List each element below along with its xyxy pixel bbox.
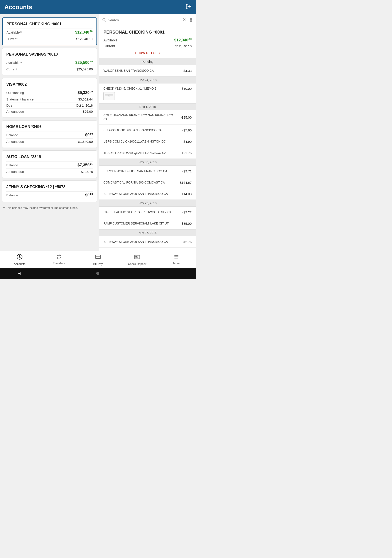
statement-balance-amount: $3,562.44 [78, 97, 93, 101]
transaction-amount: -$9.71 [182, 169, 192, 173]
transfers-nav-label: Transfers [53, 262, 65, 265]
transaction-row[interactable]: SUBWAY 00301960 SAN FRANCISCO CA -$7.60 [99, 125, 196, 136]
current-amount: $25,525.00 [77, 67, 93, 71]
due-date: Oct 1, 2018 [76, 104, 93, 107]
transaction-description: PAMF CUSTOMER SERVICSALT LAKE CIT UT [103, 221, 180, 225]
transaction-description: TRADER JOE'S #078 QSAN FRANCISCO CA [103, 151, 180, 155]
home-button[interactable] [96, 272, 99, 275]
transaction-description: Check #12345: Check #1 / Memo 2 [103, 87, 180, 90]
check-deposit-nav-icon [134, 254, 140, 261]
voice-search-icon[interactable] [189, 17, 193, 23]
transaction-amount: -$21.76 [180, 151, 192, 155]
due-label: Due [6, 104, 12, 107]
amount-due-label: Amount due [6, 110, 24, 113]
detail-available-amount: $12,340.10 [174, 38, 192, 43]
transactions-list: Pending WALGREENS SAN FRANCISCO CA -$4.3… [99, 58, 196, 251]
transaction-description: USPS.COM CLICK100611WASHINGTON DC [103, 140, 182, 143]
account-card-home-loan[interactable]: HOME LOAN *3456 Balance $0.00 Amount due… [2, 120, 97, 148]
account-title: VISA *0002 [6, 82, 93, 87]
search-input[interactable] [108, 18, 181, 22]
nav-transfers[interactable]: Transfers [39, 251, 78, 268]
transaction-amount: -$7.60 [182, 128, 192, 132]
transaction-description: WALGREENS SAN FRANCISCO CA [103, 69, 182, 73]
account-card-personal-checking[interactable]: PERSONAL CHECKING *0001 Available** $12,… [2, 17, 97, 45]
section-header-nov29: Nov 29, 2018 [99, 200, 196, 207]
transaction-row[interactable]: COLE HAAN-SAN FRANCISCO SAN FRANCISCO CA… [99, 110, 196, 124]
accounts-list-panel: PERSONAL CHECKING *0001 Available** $12,… [0, 14, 99, 251]
back-button[interactable]: ◄ [17, 271, 21, 276]
amount-due-value: $25.00 [83, 110, 93, 113]
transaction-description: BURGER JOINT 4 0003 SAN FRANCISCO CA [103, 169, 182, 173]
transaction-row[interactable]: COMCAST CALIFORNIA 800-COMCAST CA -$164.… [99, 177, 196, 188]
section-header-dec1: Dec 1, 2018 [99, 103, 196, 110]
more-nav-icon [173, 254, 179, 261]
account-card-jenny-checking[interactable]: JENNY'S CHECKING *12 | *5678 Balance $0.… [2, 181, 97, 202]
account-card-visa[interactable]: VISA *0002 Outstanding $5,320.20 Stateme… [2, 78, 97, 118]
transaction-row[interactable]: PAMF CUSTOMER SERVICSALT LAKE CIT UT -$3… [99, 218, 196, 229]
svg-text:$: $ [18, 255, 20, 258]
outstanding-row: Outstanding $5,320.20 [6, 89, 93, 96]
nav-more[interactable]: More [157, 251, 196, 268]
detail-account-name: PERSONAL CHECKING *0001 [103, 30, 192, 35]
nav-check-deposit[interactable]: Check Deposit [118, 251, 157, 268]
transaction-row[interactable]: SAFEWAY STORE 2606 SAN FRANCISCO CA -$14… [99, 188, 196, 200]
transaction-row[interactable]: DSW COLUMBUS -$32.00 [99, 248, 196, 251]
accounts-nav-icon: $ [17, 254, 23, 261]
detail-available-label: Available [103, 38, 118, 42]
balance-value: $0.00 [85, 193, 93, 198]
search-bar: ✕ [99, 14, 196, 26]
transaction-row[interactable]: BURGER JOINT 4 0003 SAN FRANCISCO CA -$9… [99, 166, 196, 177]
transfers-nav-icon [56, 254, 62, 261]
transaction-amount: -$35.00 [180, 222, 192, 225]
account-title: HOME LOAN *3456 [6, 124, 93, 129]
account-card-personal-savings[interactable]: PERSONAL SAVINGS *0010 Available** $25,5… [2, 48, 97, 75]
check-thumbnail [103, 92, 115, 100]
amount-due-value: $1,340.00 [78, 140, 93, 143]
transaction-description: SAFEWAY STORE 2606 SAN FRANCISCO CA [103, 240, 182, 244]
balance-row: Balance $0.00 [6, 191, 93, 199]
amount-due-label: Amount due [6, 140, 24, 143]
system-bar: ◄ [0, 268, 196, 279]
transaction-row-check[interactable]: Check #12345: Check #1 / Memo 2 -$10.00 [99, 84, 196, 103]
check-deposit-nav-label: Check Deposit [128, 262, 146, 265]
amount-due-value: $298.78 [81, 170, 93, 174]
current-amount: $12,840.10 [76, 37, 93, 41]
account-card-auto-loan[interactable]: AUTO LOAN *2345 Balance $7,356.21 Amount… [2, 150, 97, 178]
account-title: JENNY'S CHECKING *12 | *5678 [6, 185, 93, 189]
section-header-nov30: Nov 30, 2018 [99, 159, 196, 166]
show-details-button[interactable]: SHOW DETAILS [103, 49, 192, 56]
account-detail-header: PERSONAL CHECKING *0001 Available $12,34… [99, 26, 196, 58]
balance-value: $7,356.21 [77, 163, 93, 167]
due-row: Due Oct 1, 2018 [6, 102, 93, 108]
detail-current-amount: $12,840.10 [175, 44, 192, 48]
transaction-row[interactable]: TRADER JOE'S #078 QSAN FRANCISCO CA -$21… [99, 147, 196, 159]
svg-rect-7 [95, 255, 100, 258]
outstanding-amount: $5,320.20 [77, 90, 93, 95]
balance-label: Balance [6, 133, 18, 137]
balance-value: $0.00 [85, 132, 93, 137]
amount-due-row: Amount due $1,340.00 [6, 139, 93, 145]
transaction-amount: -$2.22 [182, 210, 192, 214]
main-content: PERSONAL CHECKING *0001 Available** $12,… [0, 14, 196, 251]
transaction-amount: -$2.76 [182, 240, 192, 244]
detail-current-row: Current $12,840.10 [103, 43, 192, 49]
nav-accounts[interactable]: $ Accounts [0, 251, 39, 268]
transaction-description: CAFE - PACIFIC SHORES - REDWOOD CITY CA [103, 210, 182, 214]
nav-bill-pay[interactable]: Bill Pay [78, 251, 118, 268]
transaction-row[interactable]: USPS.COM CLICK100611WASHINGTON DC -$4.90 [99, 136, 196, 147]
transaction-row[interactable]: SAFEWAY STORE 2606 SAN FRANCISCO CA -$2.… [99, 236, 196, 248]
transaction-amount: -$85.00 [180, 115, 192, 119]
detail-available-row: Available $12,340.10 [103, 37, 192, 43]
transaction-row[interactable]: WALGREENS SAN FRANCISCO CA -$4.33 [99, 65, 196, 77]
transaction-description: SUBWAY 00301960 SAN FRANCISCO CA [103, 128, 182, 132]
bill-pay-nav-icon [95, 254, 101, 261]
section-header-pending: Pending [99, 58, 196, 65]
statement-balance-label: Statement balance [6, 97, 34, 101]
available-amount: $12,340.10 [75, 30, 93, 35]
account-title: PERSONAL SAVINGS *0010 [6, 52, 93, 57]
footnote: ** This balance may include overdraft or… [2, 204, 97, 211]
logout-icon[interactable] [186, 3, 192, 11]
account-available-row: Available** $25,500.00 [6, 59, 93, 66]
clear-search-icon[interactable]: ✕ [183, 17, 186, 23]
transaction-row[interactable]: CAFE - PACIFIC SHORES - REDWOOD CITY CA … [99, 207, 196, 218]
